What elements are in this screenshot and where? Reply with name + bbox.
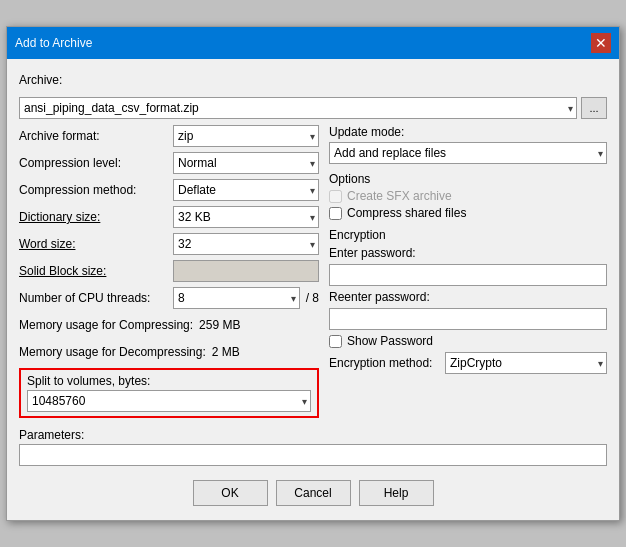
- archive-select[interactable]: ansi_piping_data_csv_format.zip: [19, 97, 577, 119]
- word-size-row: Word size: 32: [19, 233, 319, 255]
- archive-combo-wrapper: ansi_piping_data_csv_format.zip ...: [19, 97, 607, 119]
- archive-label: Archive:: [19, 73, 69, 87]
- encryption-group: Encryption Enter password: Reenter passw…: [329, 228, 607, 374]
- archive-format-row: Archive format: zip: [19, 125, 319, 147]
- show-password-checkbox[interactable]: [329, 335, 342, 348]
- word-size-combo[interactable]: 32: [173, 233, 319, 255]
- archive-combo[interactable]: ansi_piping_data_csv_format.zip: [19, 97, 577, 119]
- dictionary-size-combo[interactable]: 32 KB: [173, 206, 319, 228]
- update-mode-combo[interactable]: Add and replace files: [329, 142, 607, 164]
- cancel-button[interactable]: Cancel: [276, 480, 351, 506]
- close-button[interactable]: ✕: [591, 33, 611, 53]
- ok-button[interactable]: OK: [193, 480, 268, 506]
- dictionary-size-label: Dictionary size:: [19, 210, 167, 224]
- memory-compress-row: Memory usage for Compressing: 259 MB: [19, 314, 319, 336]
- archive-format-combo[interactable]: zip: [173, 125, 319, 147]
- split-volumes-select[interactable]: 10485760: [27, 390, 311, 412]
- compression-method-combo[interactable]: Deflate: [173, 179, 319, 201]
- compression-method-select[interactable]: Deflate: [173, 179, 319, 201]
- cpu-threads-combo[interactable]: 8: [173, 287, 300, 309]
- enc-method-select[interactable]: ZipCrypto: [445, 352, 607, 374]
- help-button[interactable]: Help: [359, 480, 434, 506]
- compression-method-label: Compression method:: [19, 183, 167, 197]
- title-bar: Add to Archive ✕: [7, 27, 619, 59]
- cpu-threads-select[interactable]: 8: [173, 287, 300, 309]
- dialog-body: Archive: ansi_piping_data_csv_format.zip…: [7, 59, 619, 520]
- create-sfx-row: Create SFX archive: [329, 189, 607, 203]
- memory-decompress-value: 2 MB: [212, 345, 240, 359]
- split-volumes-group: Split to volumes, bytes: 10485760: [19, 368, 319, 418]
- parameters-input[interactable]: [19, 444, 607, 466]
- enc-method-combo[interactable]: ZipCrypto: [445, 352, 607, 374]
- show-password-label: Show Password: [347, 334, 433, 348]
- compression-level-row: Compression level: Normal: [19, 152, 319, 174]
- enter-password-label: Enter password:: [329, 246, 607, 260]
- update-mode-label: Update mode:: [329, 125, 607, 139]
- split-volumes-combo[interactable]: 10485760: [27, 390, 311, 412]
- update-mode-select[interactable]: Add and replace files: [329, 142, 607, 164]
- compression-method-row: Compression method: Deflate: [19, 179, 319, 201]
- word-size-label: Word size:: [19, 237, 167, 251]
- reenter-password-label: Reenter password:: [329, 290, 607, 304]
- main-content: Archive format: zip Compression level: N…: [19, 125, 607, 418]
- cpu-threads-label: Number of CPU threads:: [19, 291, 167, 305]
- show-password-row: Show Password: [329, 334, 607, 348]
- cpu-threads-suffix: / 8: [306, 291, 319, 305]
- parameters-group: Parameters:: [19, 428, 607, 466]
- dialog-title: Add to Archive: [15, 36, 92, 50]
- compress-shared-row: Compress shared files: [329, 206, 607, 220]
- dictionary-size-row: Dictionary size: 32 KB: [19, 206, 319, 228]
- archive-row: Archive:: [19, 69, 607, 91]
- create-sfx-checkbox[interactable]: [329, 190, 342, 203]
- bottom-buttons: OK Cancel Help: [19, 472, 607, 510]
- solid-block-input: [173, 260, 319, 282]
- options-group: Options Create SFX archive Compress shar…: [329, 172, 607, 220]
- cpu-threads-row: Number of CPU threads: 8 / 8: [19, 287, 319, 309]
- create-sfx-label: Create SFX archive: [347, 189, 452, 203]
- options-label: Options: [329, 172, 607, 186]
- enter-password-input[interactable]: [329, 264, 607, 286]
- word-size-select[interactable]: 32: [173, 233, 319, 255]
- split-volumes-label: Split to volumes, bytes:: [27, 374, 311, 388]
- update-mode-group: Update mode: Add and replace files: [329, 125, 607, 164]
- left-panel: Archive format: zip Compression level: N…: [19, 125, 319, 418]
- dictionary-size-select[interactable]: 32 KB: [173, 206, 319, 228]
- solid-block-row: Solid Block size:: [19, 260, 319, 282]
- archive-format-select[interactable]: zip: [173, 125, 319, 147]
- compress-shared-checkbox[interactable]: [329, 207, 342, 220]
- archive-input-row: ansi_piping_data_csv_format.zip ...: [19, 97, 607, 119]
- compression-level-label: Compression level:: [19, 156, 167, 170]
- solid-block-label: Solid Block size:: [19, 264, 167, 278]
- memory-compress-value: 259 MB: [199, 318, 240, 332]
- memory-decompress-row: Memory usage for Decompressing: 2 MB: [19, 341, 319, 363]
- memory-compress-label: Memory usage for Compressing:: [19, 318, 193, 332]
- compress-shared-label: Compress shared files: [347, 206, 466, 220]
- memory-decompress-label: Memory usage for Decompressing:: [19, 345, 206, 359]
- encryption-label: Encryption: [329, 228, 607, 242]
- archive-format-label: Archive format:: [19, 129, 167, 143]
- compression-level-select[interactable]: Normal: [173, 152, 319, 174]
- enc-method-label: Encryption method:: [329, 356, 439, 370]
- parameters-label: Parameters:: [19, 428, 607, 442]
- add-to-archive-dialog: Add to Archive ✕ Archive: ansi_piping_da…: [6, 26, 620, 521]
- reenter-password-input[interactable]: [329, 308, 607, 330]
- browse-button[interactable]: ...: [581, 97, 607, 119]
- right-panel: Update mode: Add and replace files Optio…: [329, 125, 607, 418]
- enc-method-row: Encryption method: ZipCrypto: [329, 352, 607, 374]
- compression-level-combo[interactable]: Normal: [173, 152, 319, 174]
